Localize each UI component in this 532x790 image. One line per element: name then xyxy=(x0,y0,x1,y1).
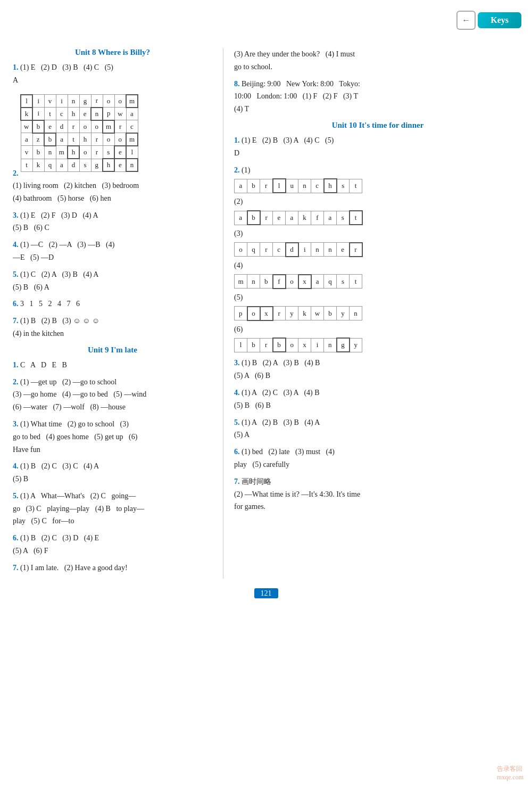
unit10-q7: 7. 画时间略 (2) —What time is it? —It's 4:30… xyxy=(234,475,521,513)
meal-grid-5: p o x r y k w b y n xyxy=(234,306,521,321)
unit9-q6: 6. (1) B (2) C (3) D (4) E (5) A (6) F xyxy=(13,532,212,557)
unit9-q7: 7. (1) I am late. (2) Have a good day! xyxy=(13,562,212,574)
unit8-cont: (3) Are they under the book? (4) I must … xyxy=(234,48,521,73)
meal-grid-3: o q r c d i n n e r xyxy=(234,242,521,257)
word-search-grid: l i v i n g r o o m k xyxy=(20,94,138,172)
left-column: Unit 8 Where is Billy? 1. (1) E (2) D (3… xyxy=(0,48,223,579)
meal-grid-6: l b r b o x i n g y xyxy=(234,338,521,352)
unit9-q2: 2. (1) —get up (2) —go to school (3) —go… xyxy=(13,376,212,414)
unit10-q6: 6. (1) bed (2) late (3) must (4) play (5… xyxy=(234,446,521,471)
meal-grid-1: a b r l u n c h s t xyxy=(234,178,521,193)
unit9-title: Unit 9 I'm late xyxy=(13,345,212,355)
watermark: 告录客回 mxqe.com xyxy=(497,764,523,781)
unit10-q4: 4. (1) A (2) C (3) A (4) B (5) B (6) B xyxy=(234,386,521,412)
unit9-q5: 5. (1) A What—What's (2) C going— go (3)… xyxy=(13,490,212,528)
page-number: 121 xyxy=(0,589,532,598)
unit10-q5: 5. (1) A (2) B (3) B (4) A (5) A xyxy=(234,416,521,442)
unit9-q4: 4. (1) B (2) C (3) C (4) A (5) B xyxy=(13,460,212,485)
keys-bar: ← Keys xyxy=(456,11,521,30)
unit8-q2: 2. l i v i n g r o o xyxy=(13,91,212,205)
back-arrow-icon[interactable]: ← xyxy=(456,11,476,30)
unit10-q1: 1. (1) E (2) B (3) A (4) C (5) D xyxy=(234,134,521,160)
right-column: (3) Are they under the book? (4) I must … xyxy=(223,48,532,579)
unit8-q1: 1. (1) E (2) D (3) B (4) C (5) A xyxy=(13,61,212,87)
unit8-q5: 5. (1) C (2) A (3) B (4) A (5) B (6) A xyxy=(13,268,212,294)
unit10-q2: 2. (1) a b r l u n c h s xyxy=(234,164,521,353)
meal-grid-4: m n b f o x a q s t xyxy=(234,274,521,289)
unit10-q3: 3. (1) B (2) A (3) B (4) B (5) A (6) B xyxy=(234,357,521,382)
unit9-q3: 3. (1) What time (2) go to school (3) go… xyxy=(13,418,212,456)
unit8-q3: 3. (1) E (2) F (3) D (4) A (5) B (6) C xyxy=(13,209,212,235)
unit9-q1: 1. C A D E B xyxy=(13,359,212,372)
unit8-q8: 8. Beijing: 9:00 New York: 8:00 Tokyo: 1… xyxy=(234,78,521,116)
unit8-q7: 7. (1) B (2) B (3) ☺ ☺ ☺ (4) in the kitc… xyxy=(13,315,212,340)
unit8-title: Unit 8 Where is Billy? xyxy=(13,48,212,57)
meal-grid-2: a b r e a k f a s t xyxy=(234,210,521,225)
unit10-title: Unit 10 It's time for dinner xyxy=(234,121,521,130)
keys-button[interactable]: Keys xyxy=(478,12,521,28)
page: ← Keys Unit 8 Where is Billy? 1. (1) E (… xyxy=(0,0,532,790)
unit8-q4: 4. (1) —C (2) —A (3) —B (4) —E (5) —D xyxy=(13,238,212,264)
unit8-q6: 6. 3 1 5 2 4 7 6 xyxy=(13,298,212,310)
